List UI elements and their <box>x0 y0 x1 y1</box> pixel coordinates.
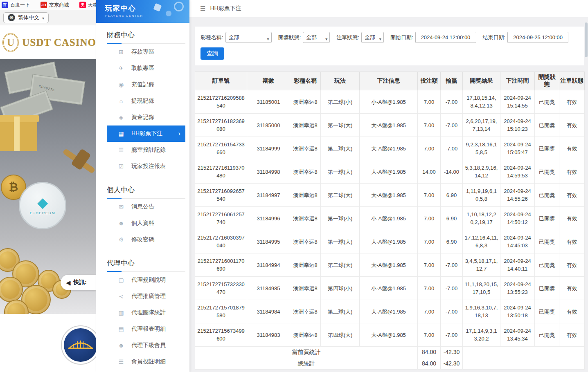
cell-bet-amount: 7.00 <box>418 253 441 277</box>
sidebar-item-label: 代理團隊統計 <box>131 309 166 316</box>
sidebar-item[interactable]: ⚙ 修改密碼 <box>107 231 185 248</box>
sidebar-item[interactable]: ⌂ 提現記錄 <box>107 93 185 109</box>
table-row: 2152172715673499600 31184983 澳洲幸运8 第四球(大… <box>195 323 585 347</box>
table-row: 2152172716092657540 31184997 澳洲幸运8 第二球(大… <box>195 184 585 207</box>
cell-order-status: 有效 <box>559 90 585 114</box>
usdt-casino-logo-emblem: U <box>2 33 19 52</box>
cell-bet-info: 大-A盤@1.985 <box>360 114 418 137</box>
sidebar-item[interactable]: ▢ 代理規則說明 <box>107 272 185 288</box>
summary-label: 當前頁統計 <box>195 347 418 358</box>
bridge-logo <box>64 328 96 362</box>
bookmark-item[interactable]: 天 天猫 <box>79 2 96 9</box>
cell-draw-status: 已開獎 <box>535 90 559 114</box>
table-row: 2152172716119370480 31184998 澳洲幸运8 第一球(大… <box>195 160 585 184</box>
cell-bet-time: 2024-09-24 15:10:23 <box>500 114 535 137</box>
sidebar-item[interactable]: ▤ 會員交易明細 <box>107 370 185 372</box>
sidebar-item-label: 廳室投註記錄 <box>131 146 166 154</box>
cell-order-status: 有效 <box>559 207 585 230</box>
gold-coin <box>0 277 23 302</box>
news-ticker-label: 快訊: <box>73 279 87 286</box>
sidebar-item[interactable]: ✈ 取款專區 <box>107 60 185 76</box>
column-header: 輸贏 <box>441 72 463 90</box>
cell-win-loss: -7.00 <box>441 323 463 347</box>
cell-period: 31184984 <box>247 300 290 323</box>
cell-bet-info: 大-A盤@1.985 <box>360 184 418 207</box>
start-date-input[interactable] <box>415 32 476 43</box>
cell-order-status: 有效 <box>559 184 585 207</box>
column-header: 彩種名稱 <box>290 72 321 90</box>
cell-draw-result: 17,1,14,9,3,13,20,2 <box>463 323 500 347</box>
sidebar-item[interactable]: ☻ 個人資料 <box>107 215 185 231</box>
sidebar-item-icon: ▥ <box>117 309 125 316</box>
sidebar-item[interactable]: ▥ 代理團隊統計 <box>107 305 185 321</box>
menu-icon[interactable] <box>200 5 205 12</box>
sidebar-item-icon: ✈ <box>117 65 125 72</box>
sidebar-item[interactable]: ▦ HH彩票下注 <box>107 125 185 142</box>
cell-win-loss: 6.90 <box>441 207 463 230</box>
cell-draw-status: 已開獎 <box>535 300 559 323</box>
end-date-input[interactable] <box>507 32 568 43</box>
sidebar-item[interactable]: ≺ 代理推廣管理 <box>107 288 185 305</box>
cell-play-type: 第二球(大) <box>321 253 360 277</box>
sidebar-item[interactable]: ✉ 消息公告 <box>107 199 185 215</box>
cell-bet-info: 大-A盤@1.985 <box>360 300 418 323</box>
cell-win-loss: 6.90 <box>441 230 463 253</box>
cell-bet-amount: 7.00 <box>418 207 441 230</box>
language-selector[interactable]: 繁体中文 <box>3 12 49 23</box>
column-header: 下注信息 <box>360 72 418 90</box>
sidebar-item-icon: ▦ <box>117 130 125 137</box>
search-button[interactable]: 查詢 <box>201 47 224 60</box>
cell-bet-amount: 7.00 <box>418 184 441 207</box>
main-header: HH彩票下注 <box>189 0 588 17</box>
filter-label: 開獎狀態: <box>278 34 301 41</box>
cell-bet-time: 2024-09-24 13:45:34 <box>500 323 535 347</box>
page-title: HH彩票下注 <box>210 5 241 12</box>
sidebar-item-icon: ▤ <box>117 326 125 332</box>
sidebar-section-personal: 個人中心 ✉ 消息公告 ☻ 個人資料 ⚙ <box>107 181 185 248</box>
cell-draw-result: 17,12,16,4,11,6,8,3 <box>463 230 500 253</box>
cell-play-type: 第一球(小) <box>321 207 360 230</box>
bookmark-item[interactable]: 百 百度一下 <box>2 2 30 9</box>
cell-order-number: 2152172716182369080 <box>195 114 247 137</box>
cell-bet-amount: 7.00 <box>418 230 441 253</box>
filter-draw-status: 開獎狀態: 全部 <box>278 32 330 43</box>
sidebar-item[interactable]: ☑ 玩家投注報表 <box>107 158 185 175</box>
sidebar-item[interactable]: ☰ 廳室投註記錄 <box>107 142 185 158</box>
cell-play-type: 第一球(大) <box>321 160 360 184</box>
cell-draw-status: 已開獎 <box>535 207 559 230</box>
sidebar-item[interactable]: ◈ 資金記錄 <box>107 109 185 125</box>
summary-empty <box>463 347 585 358</box>
sidebar-item[interactable]: ◉ 充值記錄 <box>107 76 185 93</box>
cell-period: 31184996 <box>247 207 290 230</box>
sidebar-body: 財務中心 ⊞ 存款專區 ✈ 取款專區 ◉ <box>96 23 189 372</box>
cell-bet-info: 大-A盤@1.985 <box>360 137 418 160</box>
scrollbar-thumb[interactable] <box>585 22 588 57</box>
order-status-select[interactable]: 全部 <box>361 32 384 43</box>
sidebar-item-icon: ☰ <box>117 147 125 153</box>
sidebar-item[interactable]: ☻ 代理下級會員 <box>107 337 185 354</box>
sidebar-item-label: 充值記錄 <box>131 81 154 88</box>
cell-bet-amount: 7.00 <box>418 137 441 160</box>
bookmark-item[interactable]: JD 京东商城 <box>41 2 69 9</box>
ethereum-coin-label: ETHEREUM <box>30 211 56 215</box>
filter-end-date: 结束日期: <box>483 32 569 43</box>
sidebar-item-label: HH彩票下注 <box>131 130 162 137</box>
draw-status-select[interactable]: 全部 <box>303 32 330 43</box>
lottery-select[interactable]: 全部 <box>225 32 272 43</box>
cell-win-loss: 6.90 <box>441 184 463 207</box>
table-row: 2152172716061257740 31184996 澳洲幸运8 第一球(小… <box>195 207 585 230</box>
sidebar-item-label: 代理推廣管理 <box>131 293 166 300</box>
sidebar-item-label: 消息公告 <box>131 203 154 211</box>
sidebar-item[interactable]: ▤ 代理報表明細 <box>107 321 185 337</box>
summary-bet-amount: 84.00 <box>418 347 441 358</box>
cell-lottery-name: 澳洲幸运8 <box>290 184 321 207</box>
cell-order-number: 2152172715732330470 <box>195 277 247 300</box>
chevron-down-icon <box>42 14 44 21</box>
bookmark-label: 天猫 <box>88 2 96 9</box>
cell-bet-amount: 7.00 <box>418 323 441 347</box>
sidebar-item[interactable]: ⊞ 存款專區 <box>107 44 185 60</box>
filter-label: 彩種名稱: <box>201 34 223 41</box>
sidebar-item[interactable]: ☰ 會員投註明細 <box>107 354 185 370</box>
column-header: 期數 <box>247 72 290 90</box>
cell-bet-time: 2024-09-24 15:14:55 <box>500 90 535 114</box>
